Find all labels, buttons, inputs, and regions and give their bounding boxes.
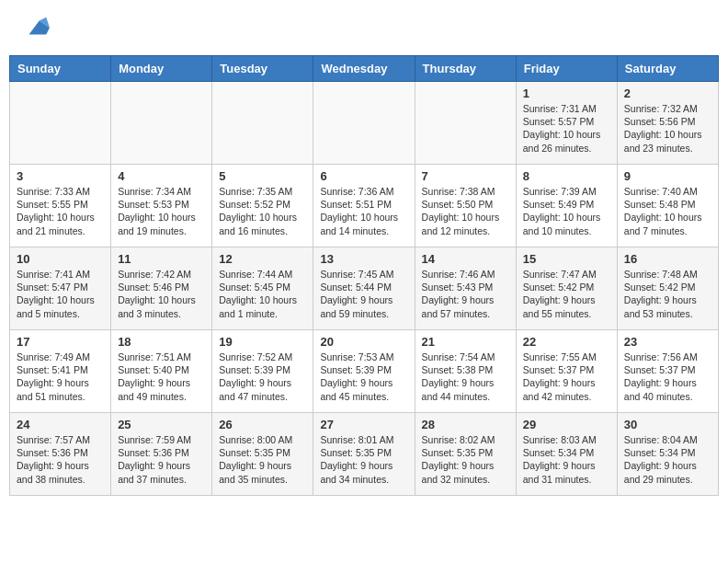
day-info: Sunrise: 7:48 AM Sunset: 5:42 PM Dayligh…: [624, 268, 711, 320]
calendar-cell: 18Sunrise: 7:51 AM Sunset: 5:40 PM Dayli…: [111, 330, 212, 413]
day-header-friday: Friday: [516, 56, 617, 82]
day-header-wednesday: Wednesday: [313, 56, 415, 82]
calendar-cell: [415, 82, 516, 165]
week-row-1: 1Sunrise: 7:31 AM Sunset: 5:57 PM Daylig…: [10, 82, 719, 165]
day-number: 12: [219, 252, 306, 266]
day-number: 6: [320, 169, 407, 183]
calendar-cell: 25Sunrise: 7:59 AM Sunset: 5:36 PM Dayli…: [111, 413, 212, 496]
calendar-cell: 26Sunrise: 8:00 AM Sunset: 5:35 PM Dayli…: [212, 413, 313, 496]
calendar-cell: 6Sunrise: 7:36 AM Sunset: 5:51 PM Daylig…: [313, 165, 415, 247]
calendar-cell: 12Sunrise: 7:44 AM Sunset: 5:45 PM Dayli…: [212, 247, 313, 330]
day-info: Sunrise: 7:52 AM Sunset: 5:39 PM Dayligh…: [219, 350, 306, 403]
day-info: Sunrise: 7:39 AM Sunset: 5:49 PM Dayligh…: [523, 185, 610, 237]
day-number: 13: [320, 252, 407, 266]
day-number: 14: [422, 252, 509, 266]
day-info: Sunrise: 7:49 AM Sunset: 5:41 PM Dayligh…: [17, 350, 104, 403]
day-info: Sunrise: 7:36 AM Sunset: 5:51 PM Dayligh…: [320, 185, 407, 237]
day-info: Sunrise: 7:57 AM Sunset: 5:36 PM Dayligh…: [17, 433, 104, 486]
day-info: Sunrise: 7:32 AM Sunset: 5:56 PM Dayligh…: [624, 102, 711, 155]
calendar-cell: 30Sunrise: 8:04 AM Sunset: 5:34 PM Dayli…: [617, 413, 718, 496]
calendar-cell: [212, 82, 313, 165]
day-header-monday: Monday: [111, 56, 212, 82]
day-number: 22: [523, 335, 610, 349]
calendar-cell: 13Sunrise: 7:45 AM Sunset: 5:44 PM Dayli…: [313, 247, 415, 330]
page-header: [9, 9, 719, 46]
day-number: 2: [624, 86, 711, 100]
day-info: Sunrise: 8:00 AM Sunset: 5:35 PM Dayligh…: [219, 433, 306, 486]
calendar-cell: 11Sunrise: 7:42 AM Sunset: 5:46 PM Dayli…: [111, 247, 212, 330]
calendar-cell: 28Sunrise: 8:02 AM Sunset: 5:35 PM Dayli…: [415, 413, 516, 496]
day-number: 15: [523, 252, 610, 266]
calendar-cell: 29Sunrise: 8:03 AM Sunset: 5:34 PM Dayli…: [516, 413, 617, 496]
day-info: Sunrise: 7:45 AM Sunset: 5:44 PM Dayligh…: [320, 268, 407, 320]
calendar-cell: [111, 82, 212, 165]
calendar-cell: 4Sunrise: 7:34 AM Sunset: 5:53 PM Daylig…: [111, 165, 212, 247]
day-number: 27: [320, 418, 407, 431]
day-number: 3: [17, 169, 104, 183]
day-info: Sunrise: 7:54 AM Sunset: 5:38 PM Dayligh…: [422, 350, 509, 403]
day-number: 25: [118, 418, 205, 431]
day-info: Sunrise: 7:53 AM Sunset: 5:39 PM Dayligh…: [320, 350, 407, 403]
day-number: 19: [219, 335, 306, 349]
calendar-cell: [313, 82, 415, 165]
day-number: 26: [219, 418, 306, 431]
day-info: Sunrise: 7:34 AM Sunset: 5:53 PM Dayligh…: [118, 185, 205, 237]
calendar-cell: 21Sunrise: 7:54 AM Sunset: 5:38 PM Dayli…: [415, 330, 516, 413]
calendar-cell: 14Sunrise: 7:46 AM Sunset: 5:43 PM Dayli…: [415, 247, 516, 330]
calendar-cell: 9Sunrise: 7:40 AM Sunset: 5:48 PM Daylig…: [617, 165, 718, 247]
day-number: 23: [624, 335, 711, 349]
day-info: Sunrise: 7:33 AM Sunset: 5:55 PM Dayligh…: [17, 185, 104, 237]
day-info: Sunrise: 8:01 AM Sunset: 5:35 PM Dayligh…: [320, 433, 407, 486]
week-row-2: 3Sunrise: 7:33 AM Sunset: 5:55 PM Daylig…: [10, 165, 719, 247]
day-header-saturday: Saturday: [617, 56, 718, 82]
calendar-cell: 19Sunrise: 7:52 AM Sunset: 5:39 PM Dayli…: [212, 330, 313, 413]
day-number: 1: [523, 86, 610, 100]
logo: [18, 14, 50, 41]
day-info: Sunrise: 7:44 AM Sunset: 5:45 PM Dayligh…: [219, 268, 306, 320]
day-number: 29: [523, 418, 610, 431]
calendar-cell: 1Sunrise: 7:31 AM Sunset: 5:57 PM Daylig…: [516, 82, 617, 165]
day-info: Sunrise: 7:51 AM Sunset: 5:40 PM Dayligh…: [118, 350, 205, 403]
calendar-cell: 20Sunrise: 7:53 AM Sunset: 5:39 PM Dayli…: [313, 330, 415, 413]
calendar-cell: 8Sunrise: 7:39 AM Sunset: 5:49 PM Daylig…: [516, 165, 617, 247]
day-number: 5: [219, 169, 306, 183]
day-number: 4: [118, 169, 205, 183]
day-number: 17: [17, 335, 104, 349]
calendar-cell: 2Sunrise: 7:32 AM Sunset: 5:56 PM Daylig…: [617, 82, 718, 165]
day-info: Sunrise: 7:56 AM Sunset: 5:37 PM Dayligh…: [624, 350, 711, 403]
week-row-5: 24Sunrise: 7:57 AM Sunset: 5:36 PM Dayli…: [10, 413, 719, 496]
week-row-3: 10Sunrise: 7:41 AM Sunset: 5:47 PM Dayli…: [10, 247, 719, 330]
day-number: 16: [624, 252, 711, 266]
day-number: 9: [624, 169, 711, 183]
day-info: Sunrise: 7:31 AM Sunset: 5:57 PM Dayligh…: [523, 102, 610, 155]
day-number: 20: [320, 335, 407, 349]
calendar-cell: 27Sunrise: 8:01 AM Sunset: 5:35 PM Dayli…: [313, 413, 415, 496]
day-info: Sunrise: 7:55 AM Sunset: 5:37 PM Dayligh…: [523, 350, 610, 403]
calendar-header-row: SundayMondayTuesdayWednesdayThursdayFrid…: [10, 56, 719, 82]
day-header-sunday: Sunday: [10, 56, 111, 82]
calendar: SundayMondayTuesdayWednesdayThursdayFrid…: [9, 55, 719, 496]
day-info: Sunrise: 7:47 AM Sunset: 5:42 PM Dayligh…: [523, 268, 610, 320]
day-number: 11: [118, 252, 205, 266]
day-info: Sunrise: 7:35 AM Sunset: 5:52 PM Dayligh…: [219, 185, 306, 237]
day-info: Sunrise: 7:38 AM Sunset: 5:50 PM Dayligh…: [422, 185, 509, 237]
day-number: 8: [523, 169, 610, 183]
day-info: Sunrise: 7:59 AM Sunset: 5:36 PM Dayligh…: [118, 433, 205, 486]
calendar-cell: 15Sunrise: 7:47 AM Sunset: 5:42 PM Dayli…: [516, 247, 617, 330]
day-header-tuesday: Tuesday: [212, 56, 313, 82]
day-number: 18: [118, 335, 205, 349]
week-row-4: 17Sunrise: 7:49 AM Sunset: 5:41 PM Dayli…: [10, 330, 719, 413]
day-number: 30: [624, 418, 711, 431]
calendar-cell: 7Sunrise: 7:38 AM Sunset: 5:50 PM Daylig…: [415, 165, 516, 247]
day-number: 7: [422, 169, 509, 183]
day-info: Sunrise: 7:41 AM Sunset: 5:47 PM Dayligh…: [17, 268, 104, 320]
calendar-cell: 17Sunrise: 7:49 AM Sunset: 5:41 PM Dayli…: [10, 330, 111, 413]
day-number: 24: [17, 418, 104, 431]
day-info: Sunrise: 8:03 AM Sunset: 5:34 PM Dayligh…: [523, 433, 610, 486]
calendar-cell: 23Sunrise: 7:56 AM Sunset: 5:37 PM Dayli…: [617, 330, 718, 413]
day-info: Sunrise: 7:42 AM Sunset: 5:46 PM Dayligh…: [118, 268, 205, 320]
calendar-cell: 16Sunrise: 7:48 AM Sunset: 5:42 PM Dayli…: [617, 247, 718, 330]
calendar-cell: [10, 82, 111, 165]
calendar-cell: 10Sunrise: 7:41 AM Sunset: 5:47 PM Dayli…: [10, 247, 111, 330]
day-number: 28: [422, 418, 509, 431]
